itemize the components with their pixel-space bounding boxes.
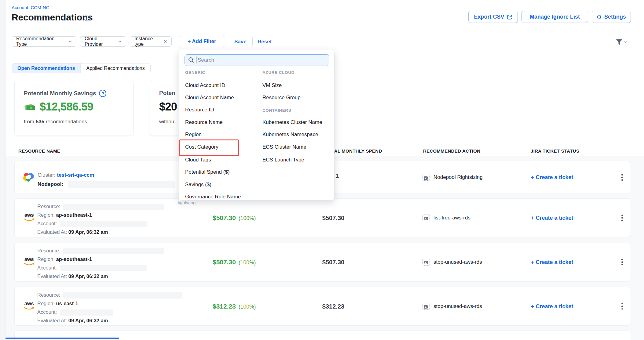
subtitle-prefix: from bbox=[24, 119, 36, 125]
recommended-action-label: Nodepool Rightsizing bbox=[434, 174, 483, 180]
redacted-value bbox=[60, 309, 113, 316]
section-header-generic: GENERIC bbox=[185, 70, 205, 75]
redacted-value bbox=[63, 248, 164, 254]
filter-option-governance-rule-name[interactable]: Governance Rule Name bbox=[185, 193, 241, 201]
aws-icon: aws bbox=[23, 302, 35, 311]
horizontal-scrollbar[interactable] bbox=[5, 338, 119, 339]
spend-card-subtitle-partial: withou bbox=[159, 119, 174, 125]
filter-option-region[interactable]: Region bbox=[185, 131, 202, 139]
redacted-value bbox=[60, 221, 147, 227]
table-row[interactable]: aws Resource: Region: us-east-1 Account:… bbox=[14, 287, 631, 326]
add-filter-button[interactable]: + Add Filter bbox=[179, 36, 225, 47]
filter-option-cloud-account-name[interactable]: Cloud Account Name bbox=[185, 94, 234, 102]
aws-icon: aws bbox=[23, 213, 35, 223]
resource-label: Resource: bbox=[37, 292, 60, 298]
evaluated-at-label: Evaluated At: bbox=[37, 318, 67, 323]
savings-card-subtitle: from 535 recommendations bbox=[24, 119, 87, 125]
resource-label: Resource: bbox=[37, 204, 60, 209]
settings-button[interactable]: ⚙ Settings bbox=[592, 11, 631, 23]
filter-option-resource-group[interactable]: Resource Group bbox=[262, 94, 301, 102]
gear-icon: ⚙ bbox=[597, 14, 602, 20]
filter-option-cost-category[interactable]: Cost Category bbox=[185, 143, 218, 151]
spend-card-value-partial: $20 bbox=[159, 100, 177, 113]
filter-chip-recommendation-type[interactable]: Recommendation Type bbox=[12, 36, 76, 47]
filter-option-kubernetes-cluster-name[interactable]: Kubernetes Cluster Name bbox=[262, 118, 322, 126]
filter-option-ecs-launch-type[interactable]: ECS Launch Type bbox=[262, 156, 304, 164]
create-ticket-link[interactable]: + Create a ticket bbox=[531, 174, 573, 181]
filter-chip-label: Instance type bbox=[134, 36, 160, 47]
money-icon bbox=[24, 102, 36, 111]
savings-card-value: $12,586.59 bbox=[40, 100, 93, 113]
potential-monthly-savings-card: Potential Monthly Savings ? $12,586.59 f… bbox=[14, 80, 134, 136]
nodepool-label: Nodepool: bbox=[38, 181, 63, 187]
filter-option-vm-size[interactable]: VM Size bbox=[262, 81, 282, 89]
filter-option-cloud-account-id[interactable]: Cloud Account ID bbox=[185, 81, 225, 89]
recommendations-tabs: Open Recommendations Applied Recommendat… bbox=[12, 63, 151, 73]
table-row[interactable]: aws Resource: Region: ap-southeast-1 Acc… bbox=[14, 198, 631, 237]
potential-savings-percent: (100%) bbox=[239, 215, 256, 222]
region-label: Region: bbox=[37, 301, 55, 306]
recommendation-count: 535 bbox=[36, 119, 44, 125]
filter-option-resource-id[interactable]: Resource ID bbox=[185, 106, 214, 114]
filter-option-kubernetes-namespace[interactable]: Kubernetes Namespace bbox=[262, 131, 318, 139]
create-ticket-link[interactable]: + Create a ticket bbox=[531, 215, 573, 221]
filter-chip-instance-type[interactable]: Instance type ✕ bbox=[130, 36, 172, 47]
tab-open-recommendations[interactable]: Open Recommendations bbox=[12, 63, 80, 73]
recommendation-image-icon bbox=[423, 174, 430, 181]
manage-ignore-list-button[interactable]: Manage Ignore List bbox=[521, 11, 588, 23]
filter-option-ecs-cluster-name[interactable]: ECS Cluster Name bbox=[262, 143, 306, 151]
create-ticket-link[interactable]: + Create a ticket bbox=[531, 259, 573, 265]
create-ticket-link[interactable]: + Create a ticket bbox=[531, 303, 573, 309]
subtitle-suffix: recommendations bbox=[44, 119, 87, 125]
filter-chip-label: Recommendation Type bbox=[16, 36, 65, 47]
total-monthly-spend-value: $507.30 bbox=[307, 214, 359, 221]
account-label: Account: bbox=[37, 309, 57, 315]
export-csv-button[interactable]: Export CSV bbox=[468, 11, 518, 23]
row-menu-kebab-icon[interactable] bbox=[620, 257, 625, 267]
help-icon[interactable]: ? bbox=[99, 90, 106, 97]
manage-ignore-list-label: Manage Ignore List bbox=[530, 14, 580, 20]
section-header-azure-cloud: AZURE CLOUD bbox=[262, 70, 295, 75]
filter-panel-toggle[interactable] bbox=[616, 39, 627, 45]
filter-option-cloud-tags[interactable]: Cloud Tags bbox=[185, 156, 211, 164]
filter-option-savings[interactable]: Savings ($) bbox=[185, 181, 211, 189]
close-icon[interactable]: ✕ bbox=[163, 39, 167, 44]
cluster-name-link[interactable]: test-sri-qa-ccm bbox=[57, 172, 94, 178]
text-cursor bbox=[196, 56, 196, 63]
row-menu-kebab-icon[interactable] bbox=[620, 301, 625, 312]
filter-option-resource-name[interactable]: Resource Name bbox=[185, 118, 223, 126]
recommendation-image-icon bbox=[423, 303, 430, 310]
potential-savings-percent: (100%) bbox=[239, 259, 256, 266]
resource-label: Resource: bbox=[37, 248, 60, 253]
chevron-down-icon bbox=[624, 41, 627, 43]
search-icon bbox=[188, 57, 194, 63]
export-csv-label: Export CSV bbox=[474, 14, 504, 20]
gcp-icon bbox=[23, 172, 34, 183]
filter-chip-cloud-provider[interactable]: Cloud Provider bbox=[80, 36, 126, 47]
tab-applied-recommendations[interactable]: Applied Recommendations bbox=[80, 63, 150, 73]
row-menu-kebab-icon[interactable] bbox=[620, 213, 625, 223]
external-link-icon bbox=[507, 14, 512, 20]
reset-filters-link[interactable]: Reset bbox=[258, 39, 272, 45]
total-monthly-spend-value-partial: 1 bbox=[335, 172, 339, 179]
table-row[interactable]: aws Resource: Region: ap-southeast-1 Acc… bbox=[14, 243, 631, 281]
redacted-value bbox=[63, 204, 164, 210]
save-filters-link[interactable]: Save bbox=[234, 39, 247, 45]
potential-savings-value: $507.30 bbox=[213, 259, 236, 266]
column-header-recommended-action: RECOMMENDED ACTION bbox=[423, 148, 480, 154]
total-monthly-spend-value: $507.30 bbox=[307, 259, 359, 266]
recommendation-image-icon bbox=[423, 215, 430, 221]
page-title: Recommendations bbox=[12, 12, 93, 23]
recommended-action-label: stop-unused-aws-rds bbox=[434, 303, 482, 309]
evaluated-at-value: 09 Apr, 06:32 am bbox=[68, 318, 108, 323]
column-header-jira-ticket-status: JIRA TICKET STATUS bbox=[531, 148, 579, 154]
search-input[interactable] bbox=[185, 54, 329, 66]
breadcrumb-account-link[interactable]: Account: CCM-NG bbox=[12, 5, 49, 10]
info-icon[interactable]: ⓘ bbox=[84, 15, 90, 23]
region-value: us-east-1 bbox=[56, 301, 78, 306]
divider bbox=[252, 38, 253, 45]
filter-option-potential-spend[interactable]: Potential Spend ($) bbox=[185, 168, 230, 176]
chevron-down-icon bbox=[118, 41, 122, 43]
funnel-icon bbox=[616, 39, 623, 45]
row-menu-kebab-icon[interactable] bbox=[620, 172, 625, 183]
